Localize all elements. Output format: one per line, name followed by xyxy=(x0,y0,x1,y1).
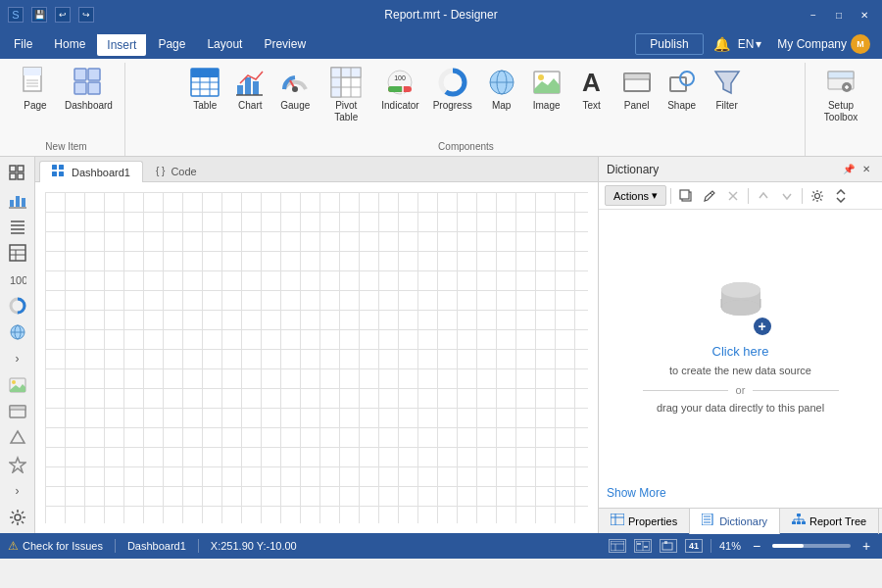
menu-layout[interactable]: Layout xyxy=(197,33,252,55)
sidebar-indicator-button[interactable]: 100 xyxy=(4,267,31,291)
ribbon-setup-button[interactable]: Setup Toolbox xyxy=(813,63,868,127)
ribbon-text-button[interactable]: A Text xyxy=(570,63,613,116)
dict-settings-button[interactable] xyxy=(807,185,828,207)
sidebar-settings-button[interactable] xyxy=(4,505,31,529)
dict-more-button[interactable] xyxy=(830,185,852,207)
sidebar-shape-button[interactable] xyxy=(4,425,31,450)
menu-insert[interactable]: Insert xyxy=(97,32,146,56)
menu-preview[interactable]: Preview xyxy=(254,33,316,55)
dict-delete-button[interactable] xyxy=(722,185,744,207)
ribbon-chart-button[interactable]: Chart xyxy=(228,63,271,116)
ribbon-image-button[interactable]: Image xyxy=(525,63,568,116)
sidebar-arrow-button[interactable]: › xyxy=(4,346,31,370)
status-icon-1[interactable] xyxy=(609,539,626,553)
ribbon-pivot-button[interactable]: Pivot Table xyxy=(318,63,373,127)
undo-icon[interactable]: ↩ xyxy=(55,7,71,23)
drag-text: drag your data directly to this panel xyxy=(657,402,824,414)
check-issues-button[interactable]: ⚠ Check for Issues xyxy=(8,539,103,553)
pin-button[interactable]: 📌 xyxy=(841,162,857,177)
ribbon-panel-button[interactable]: Panel xyxy=(615,63,659,116)
image-label: Image xyxy=(533,100,561,112)
bottom-tab-properties[interactable]: Properties xyxy=(599,509,690,534)
canvas-grid[interactable] xyxy=(45,192,588,523)
bottom-tab-reporttree[interactable]: Report Tree xyxy=(780,509,879,534)
notification-icon[interactable]: 🔔 xyxy=(713,36,730,52)
zoom-level: 41% xyxy=(719,540,741,552)
shape-label: Shape xyxy=(667,100,696,112)
status-icon-4[interactable]: 41 xyxy=(685,539,703,553)
sidebar-globe-button[interactable] xyxy=(4,319,31,344)
zoom-out-button[interactable]: − xyxy=(749,538,764,554)
sidebar-image-button[interactable] xyxy=(4,372,31,397)
close-button[interactable]: ✕ xyxy=(855,7,874,23)
text-label: Text xyxy=(582,100,600,112)
svg-text:100: 100 xyxy=(10,274,26,286)
svg-point-87 xyxy=(815,193,820,198)
chart-label: Chart xyxy=(238,100,262,112)
ribbon-gauge-button[interactable]: Gauge xyxy=(273,63,317,116)
maximize-button[interactable]: □ xyxy=(829,7,849,23)
sidebar-chart-button[interactable] xyxy=(4,187,31,212)
table-label: Table xyxy=(193,100,217,112)
menu-page[interactable]: Page xyxy=(148,33,195,55)
ribbon-table-button[interactable]: Table xyxy=(183,63,226,116)
reporttree-tab-icon xyxy=(792,514,806,528)
table-icon xyxy=(189,67,220,98)
dict-up-button[interactable] xyxy=(753,185,774,207)
status-icon-3[interactable] xyxy=(660,539,677,553)
ribbon-progress-button[interactable]: Progress xyxy=(427,63,478,116)
ribbon-filter-button[interactable]: Filter xyxy=(706,63,749,116)
left-sidebar: 100 › › xyxy=(0,157,35,533)
ribbon-map-button[interactable]: Map xyxy=(480,63,523,116)
chart-icon xyxy=(234,67,266,98)
tab-dashboard1[interactable]: Dashboard1 xyxy=(39,161,143,182)
actions-button[interactable]: Actions ▾ xyxy=(605,185,666,206)
menu-file[interactable]: File xyxy=(4,33,42,55)
panel-close-button[interactable]: ✕ xyxy=(858,162,874,177)
svg-text:A: A xyxy=(582,68,601,97)
svg-rect-10 xyxy=(191,69,219,77)
dict-copy-button[interactable] xyxy=(675,185,697,207)
pivot-label: Pivot Table xyxy=(324,100,368,123)
sidebar-arrow2-button[interactable]: › xyxy=(4,478,31,503)
minimize-button[interactable]: − xyxy=(804,7,823,23)
ribbon-shape-button[interactable]: Shape xyxy=(661,63,704,116)
ribbon-page-button[interactable]: Page xyxy=(14,63,57,116)
redo-icon[interactable]: ↪ xyxy=(78,7,94,23)
sidebar-panel-button[interactable] xyxy=(4,399,31,423)
dict-down-button[interactable] xyxy=(776,185,798,207)
language-selector[interactable]: EN ▾ xyxy=(732,33,768,55)
status-coords: X:251.90 Y:-10.00 xyxy=(211,540,297,552)
sidebar-progress-button[interactable] xyxy=(4,293,31,318)
svg-rect-42 xyxy=(624,74,650,79)
sidebar-star-button[interactable] xyxy=(4,452,31,476)
ribbon-indicator-button[interactable]: 100 Indicator xyxy=(375,63,424,116)
status-icons: 41 xyxy=(609,539,703,553)
publish-button[interactable]: Publish xyxy=(635,33,703,55)
setup-icon xyxy=(825,67,857,98)
company-menu[interactable]: My Company M xyxy=(769,30,878,58)
toolbar-separator-2 xyxy=(748,188,749,204)
svg-text:100: 100 xyxy=(395,74,407,81)
svg-rect-23 xyxy=(331,68,341,97)
show-more-button[interactable]: Show More xyxy=(599,478,882,508)
click-here-link[interactable]: Click here xyxy=(712,344,769,359)
svg-rect-47 xyxy=(828,72,854,78)
ribbon-dashboard-button[interactable]: Dashboard xyxy=(59,63,119,116)
status-dashboard-label[interactable]: Dashboard1 xyxy=(127,540,186,552)
sidebar-list-button[interactable] xyxy=(4,214,31,238)
dict-edit-button[interactable] xyxy=(699,185,720,207)
sidebar-table-button[interactable] xyxy=(4,240,31,265)
zoom-slider[interactable] xyxy=(772,544,851,548)
menu-home[interactable]: Home xyxy=(44,33,95,55)
svg-rect-8 xyxy=(88,82,100,94)
bottom-tab-dictionary[interactable]: Dictionary xyxy=(690,509,780,534)
pivot-icon xyxy=(330,67,362,98)
tab-code[interactable]: { } Code xyxy=(143,160,210,181)
save-icon[interactable]: 💾 xyxy=(31,7,47,23)
status-icon-2[interactable] xyxy=(634,539,652,553)
sidebar-grid-button[interactable] xyxy=(4,161,31,185)
dictionary-tab-icon xyxy=(702,514,715,528)
zoom-in-button[interactable]: + xyxy=(858,538,874,554)
svg-rect-1 xyxy=(24,68,41,75)
